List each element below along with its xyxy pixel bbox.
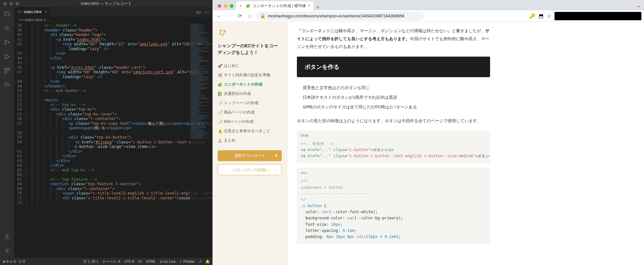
install-icon[interactable]: ⬒ xyxy=(539,13,544,19)
intro-paragraph: 『コンポーネントには幅や高さ、マージン、ポジションなどの情報は持たせない』と書き… xyxy=(297,27,490,51)
browser-tab[interactable]: ✦ 🧩 コンポーネントの作成 | 模写修 × xyxy=(236,1,313,10)
sidebar-item[interactable]: 📝トップページの作成 xyxy=(218,98,282,108)
list-item: SP時のボタンのサイズは全て同じだがPC時は2パターンある xyxy=(297,102,490,112)
source-control-icon[interactable] xyxy=(3,39,11,46)
reload-button[interactable]: ⟳ xyxy=(236,12,243,20)
code-label: css xyxy=(297,168,490,178)
code-label: html xyxy=(297,130,490,141)
html-file-icon: <> xyxy=(17,10,22,14)
explorer-icon[interactable] xyxy=(3,10,11,18)
button-label: このレッスンの詳細へ xyxy=(231,167,269,173)
site-logo[interactable]: ひ xyxy=(218,27,282,37)
url-bar[interactable]: 🔒 moshashugyo.com/lessons/shampoo-ec/sec… xyxy=(256,12,424,21)
status-item[interactable]: ✓ Prettier xyxy=(179,260,195,264)
svg-point-1 xyxy=(5,40,6,41)
profile-redacted[interactable] xyxy=(554,12,641,20)
html-file-icon: <> xyxy=(19,18,24,22)
sidebar-item[interactable]: 📝商品ページの作成 xyxy=(218,108,282,117)
svg-point-8 xyxy=(6,250,8,252)
status-item[interactable]: 行 1, 列 1 xyxy=(83,259,98,264)
browser-window-controls xyxy=(215,4,236,10)
settings-icon[interactable] xyxy=(3,247,11,255)
list-item: 日本語テキストのボタンが1箇所でそれ以外は英語 xyxy=(297,93,490,102)
sidebar-item[interactable]: 🙏まとめ xyxy=(218,136,282,145)
extensions-icon[interactable] xyxy=(3,67,11,75)
status-item[interactable]: 🔔 xyxy=(205,260,210,264)
lesson-title: シャンプーのECサイトをコーディングをしよう！ xyxy=(218,42,282,56)
browser-toolbar: ← → ⟳ ⌂ 🔒 moshashugyo.com/lessons/shampo… xyxy=(213,10,644,22)
status-item[interactable]: スペース: 4 xyxy=(102,259,120,264)
activity-bar xyxy=(0,7,14,258)
lesson-detail-button[interactable]: このレッスンの詳細へ › xyxy=(218,164,282,175)
sidebar-item[interactable]: 🧩コンポーネントの作成 xyxy=(218,80,282,89)
forward-button[interactable]: → xyxy=(225,12,233,20)
browser-tabbar: ✦ 🧩 コンポーネントの作成 | 模写修 × + ⌄ xyxy=(213,0,644,10)
breadcrumb-item: … xyxy=(47,18,51,22)
cloud-icon[interactable] xyxy=(3,81,11,89)
favicon: ✦ xyxy=(239,4,244,8)
chevron-right-icon: › xyxy=(276,168,278,172)
tab-actions: ▭ ⋯ xyxy=(196,9,213,15)
svg-point-2 xyxy=(5,43,6,44)
svg-point-7 xyxy=(6,234,8,237)
breadcrumb-file: index.html xyxy=(25,18,43,22)
code-content[interactable]: <!-- 使用例 --> <a href="..." class="c-butt… xyxy=(297,141,490,163)
paragraph: ボタンの見た目の特徴は上のようになります。ボタンは今回作る全てのページで使用して… xyxy=(297,117,490,125)
browser-window: ✦ 🧩 コンポーネントの作成 | 模写修 × + ⌄ ← → ⟳ ⌂ 🔒 mos… xyxy=(213,0,644,265)
code-block-css: css /*! component > button -------------… xyxy=(297,168,490,244)
tab-close-icon[interactable]: × xyxy=(45,10,47,14)
more-icon[interactable]: ⋯ xyxy=(204,9,209,15)
tab-bar: <> index.html × ▭ ⋯ xyxy=(14,7,213,17)
status-item[interactable]: LF xyxy=(138,260,142,263)
status-item[interactable]: ⊙ Go Live xyxy=(160,260,176,264)
sidebar-item[interactable]: ⚠️注意点と本来やるべきこと xyxy=(218,126,282,136)
search-icon[interactable] xyxy=(3,24,11,32)
close-dot[interactable] xyxy=(218,4,221,8)
svg-rect-4 xyxy=(5,69,7,70)
page-content: ひ シャンプーのECサイトをコーディングをしよう！ 🚀はじめに🛠️サイト内共通の… xyxy=(213,22,644,265)
home-button[interactable]: ⌂ xyxy=(246,12,254,20)
sidebar-item[interactable]: 🛠️サイト内共通の設定を準備 xyxy=(218,70,282,80)
editor-area: 38<!-- header-->39<header class="header"… xyxy=(14,23,213,258)
status-item[interactable]: ⊗ 0 ⚠ 0 xyxy=(3,260,15,264)
close-icon[interactable]: × xyxy=(308,4,310,8)
vscode-titlebar: index.html — サンプルコード xyxy=(0,0,213,7)
new-tab-button[interactable]: + xyxy=(313,5,322,10)
account-icon[interactable] xyxy=(3,233,11,241)
split-editor-icon[interactable]: ▭ xyxy=(196,9,201,15)
status-item[interactable]: UTF-8 xyxy=(124,260,134,263)
tab-index-html[interactable]: <> index.html × xyxy=(14,7,50,17)
svg-rect-5 xyxy=(8,69,10,70)
minimize-dot[interactable] xyxy=(224,4,227,8)
svg-rect-6 xyxy=(5,71,7,73)
browser-tab-title: コンポーネントの作成 | 模写修 xyxy=(252,3,306,9)
maximize-dot[interactable] xyxy=(230,4,233,8)
status-item[interactable]: ⬡ 0 xyxy=(19,260,25,264)
back-button[interactable]: ← xyxy=(215,12,223,20)
bookmark-icon[interactable]: ☆ xyxy=(547,13,551,19)
download-icon: ⬇ xyxy=(275,153,278,158)
lesson-sidebar: ひ シャンプーのECサイトをコーディングをしよう！ 🚀はじめに🛠️サイト内共通の… xyxy=(213,22,287,265)
chevron-down-icon[interactable]: ⌄ xyxy=(633,2,644,10)
lock-icon: 🔒 xyxy=(260,14,265,18)
sidebar-item[interactable]: 🚀はじめに xyxy=(218,61,282,70)
key-icon[interactable]: 🔑 xyxy=(529,13,535,19)
vscode-window: index.html — サンプルコード <> index.html × ▭ ⋯… xyxy=(0,0,213,265)
debug-icon[interactable] xyxy=(3,53,11,60)
svg-point-0 xyxy=(5,26,8,29)
button-label: 資料ダウンロード xyxy=(234,153,265,159)
sidebar-item[interactable]: 📗共通部分の作成 xyxy=(218,89,282,98)
section-heading: ボタンを作る xyxy=(297,57,490,77)
sidebar-item[interactable]: 📝404ページの作成 xyxy=(218,117,282,126)
status-item[interactable]: HTML xyxy=(146,260,156,263)
status-item[interactable]: ↗ xyxy=(199,260,202,264)
code-editor[interactable]: 38<!-- header-->39<header class="header"… xyxy=(14,23,213,258)
download-button[interactable]: 資料ダウンロード ⬇ xyxy=(218,150,282,161)
code-content[interactable]: /*! component > button -----------------… xyxy=(297,178,490,244)
breadcrumb-sep: > xyxy=(44,18,46,22)
breadcrumb[interactable]: <> index.html > … xyxy=(14,17,213,23)
tab-label: index.html xyxy=(24,10,42,14)
feature-list: 背景色と文字色はどのボタンも同じ日本語テキストのボタンが1箇所でそれ以外は英語S… xyxy=(297,83,490,112)
minimap[interactable] xyxy=(190,23,213,258)
status-bar: ⊗ 0 ⚠ 0⬡ 0 行 1, 列 1スペース: 4UTF-8LFHTML⊙ G… xyxy=(0,258,213,265)
